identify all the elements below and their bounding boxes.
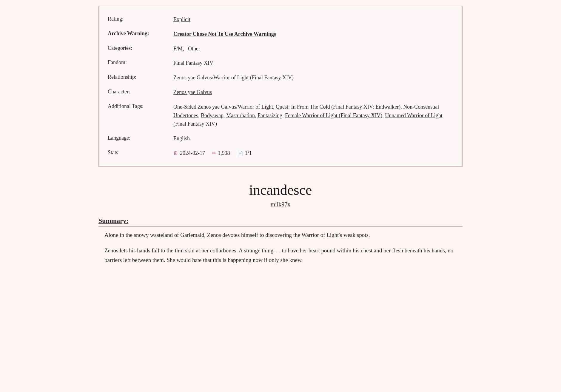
fandom-value: Final Fantasy XIV <box>173 59 453 67</box>
summary-paragraph-2: Zenos lets his hands fall to the thin sk… <box>104 246 463 265</box>
language-row: Language: English <box>108 131 453 146</box>
story-title: incandesce <box>98 182 463 198</box>
relationship-row: Relationship: Zenos yae Galvus/Warrior o… <box>108 70 453 85</box>
character-label: Character: <box>108 88 173 95</box>
words-value: 1,908 <box>218 149 230 158</box>
stats-row: Stats: 🗓 2024-02-17 ✏ 1,908 📄 1/1 <box>108 146 453 160</box>
relationship-value: Zenos yae Galvus/Warrior of Light (Final… <box>173 73 453 82</box>
words-stat: ✏ 1,908 <box>212 149 230 158</box>
calendar-icon: 🗓 <box>173 149 178 157</box>
character-link[interactable]: Zenos yae Galvus <box>173 89 212 95</box>
rating-row: Rating: Explicit <box>108 12 453 27</box>
character-row: Character: Zenos yae Galvus <box>108 85 453 100</box>
summary-paragraph-1: Alone in the snowy wasteland of Garlemal… <box>104 230 463 240</box>
relationship-link[interactable]: Zenos yae Galvus/Warrior of Light (Final… <box>173 75 294 81</box>
fandom-link[interactable]: Final Fantasy XIV <box>173 60 213 66</box>
story-section: incandesce milk97x <box>98 182 463 208</box>
summary-heading: Summary: <box>98 217 463 227</box>
tags-row: Additional Tags: One-Sided Zenos yae Gal… <box>108 100 453 131</box>
summary-text: Alone in the snowy wasteland of Garlemal… <box>98 230 463 265</box>
stats-value: 🗓 2024-02-17 ✏ 1,908 📄 1/1 <box>173 149 453 158</box>
rating-value: Explicit <box>173 15 453 24</box>
warning-value: Creator Chose Not To Use Archive Warning… <box>173 30 453 38</box>
date-stat: 🗓 2024-02-17 <box>173 149 205 158</box>
summary-section: Summary: Alone in the snowy wasteland of… <box>98 217 463 265</box>
date-value: 2024-02-17 <box>180 149 205 158</box>
tag-link[interactable]: One-Sided Zenos yae Galvus/Warrior of Li… <box>173 104 273 110</box>
tag-link[interactable]: Quest: In From The Cold (Final Fantasy X… <box>276 104 400 110</box>
categories-label: Categories: <box>108 44 173 51</box>
chapters-stat: 📄 1/1 <box>237 149 252 158</box>
rating-link[interactable]: Explicit <box>173 16 190 22</box>
fandom-row: Fandom: Final Fantasy XIV <box>108 56 453 70</box>
fandom-label: Fandom: <box>108 59 173 66</box>
chapters-icon: 📄 <box>237 149 243 157</box>
metadata-box: Rating: Explicit Archive Warning: Creato… <box>98 6 463 167</box>
character-value: Zenos yae Galvus <box>173 88 453 97</box>
pencil-icon: ✏ <box>212 149 216 157</box>
language-value: English <box>173 134 453 143</box>
stats-label: Stats: <box>108 149 173 156</box>
stats-items: 🗓 2024-02-17 ✏ 1,908 📄 1/1 <box>173 149 453 158</box>
story-author: milk97x <box>98 201 463 208</box>
category-other-link[interactable]: Other <box>188 46 200 52</box>
language-label: Language: <box>108 134 173 141</box>
categories-value: F/M, Other <box>173 44 453 53</box>
tag-link[interactable]: Bodyswap <box>201 112 224 118</box>
tag-link[interactable]: Masturbation <box>226 112 255 118</box>
categories-row: Categories: F/M, Other <box>108 41 453 56</box>
relationship-label: Relationship: <box>108 73 173 80</box>
tag-link[interactable]: Female Warrior of Light (Final Fantasy X… <box>285 112 382 118</box>
tags-value: One-Sided Zenos yae Galvus/Warrior of Li… <box>173 103 453 128</box>
chapters-value: 1/1 <box>245 149 252 158</box>
warning-label: Archive Warning: <box>108 30 173 37</box>
rating-label: Rating: <box>108 15 173 22</box>
warning-row: Archive Warning: Creator Chose Not To Us… <box>108 27 453 41</box>
warning-link[interactable]: Creator Chose Not To Use Archive Warning… <box>173 31 276 37</box>
tags-label: Additional Tags: <box>108 103 173 109</box>
category-fm-link[interactable]: F/M <box>173 46 183 52</box>
tag-link[interactable]: Fantasizing <box>258 112 282 118</box>
